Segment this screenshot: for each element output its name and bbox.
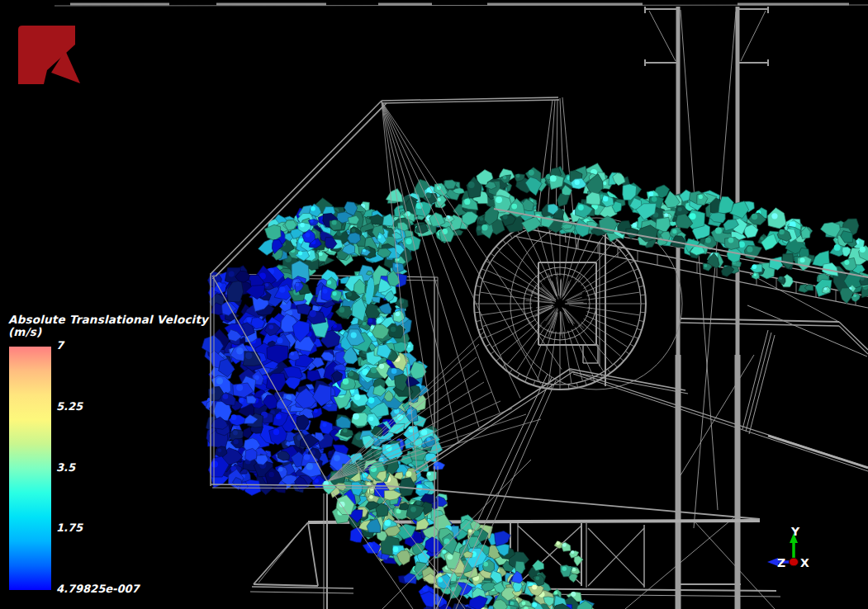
colorbar (9, 347, 51, 590)
colorbar-tick-1: 5.25 (56, 400, 83, 413)
3d-viewport[interactable]: Absolute Translational Velocity (m/s) 7 … (0, 0, 868, 609)
simulation-scene[interactable] (0, 0, 868, 609)
legend-title: Absolute Translational Velocity (8, 314, 208, 326)
x-axis-dot (790, 558, 799, 566)
x-axis-label: X (800, 556, 809, 569)
axis-triad: Y Z X (747, 518, 847, 597)
z-axis-label: Z (777, 556, 785, 569)
colorbar-tick-2: 3.5 (56, 461, 75, 474)
legend-unit: (m/s) (8, 326, 208, 338)
rocky-logo (0, 0, 99, 99)
y-axis-label: Y (790, 525, 800, 538)
colorbar-tick-4: 4.79825e-007 (56, 583, 140, 595)
velocity-legend: Absolute Translational Velocity (m/s) 7 … (8, 314, 208, 338)
colorbar-tick-3: 1.75 (56, 522, 83, 534)
colorbar-tick-0: 7 (56, 339, 64, 352)
